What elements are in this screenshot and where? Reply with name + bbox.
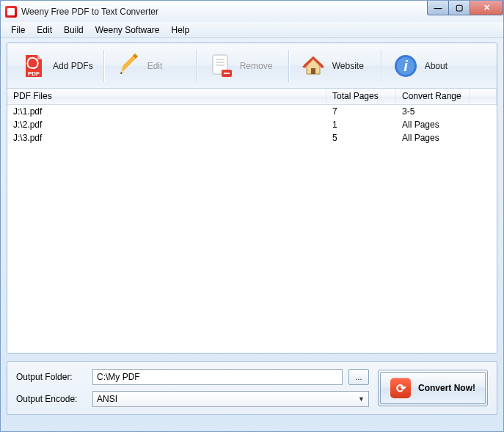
svg-rect-7: [311, 68, 315, 74]
remove-button[interactable]: Remove: [199, 51, 287, 81]
cell-file: J:\2.pdf: [7, 120, 326, 130]
edit-label: Edit: [147, 61, 163, 71]
toolbar-separator: [103, 50, 105, 82]
toolbar-separator: [196, 50, 197, 82]
content-box: PDF Add PDFs Edit Remove: [7, 43, 497, 354]
remove-label: Remove: [240, 61, 273, 71]
output-encode-value: ANSI: [97, 394, 117, 404]
house-icon: [300, 53, 326, 79]
add-pdfs-button[interactable]: PDF Add PDFs: [12, 51, 102, 81]
menu-help[interactable]: Help: [166, 23, 196, 37]
cell-range: All Pages: [396, 133, 470, 143]
convert-button-wrap: ⟳ Convert Now!: [378, 370, 488, 406]
website-label: Website: [332, 61, 364, 71]
toolbar-separator: [381, 50, 382, 82]
col-header-pages[interactable]: Total Pages: [326, 89, 396, 104]
cell-range: All Pages: [396, 120, 470, 130]
titlebar: Weeny Free PDF to Text Converter — ▢ ✕: [0, 0, 504, 22]
browse-button[interactable]: ...: [348, 369, 369, 385]
about-label: About: [425, 61, 448, 71]
table-header: PDF Files Total Pages Convert Range: [7, 89, 497, 105]
cell-pages: 1: [326, 120, 396, 130]
convert-button[interactable]: ⟳ Convert Now!: [380, 372, 486, 404]
output-folder-label: Output Folder:: [16, 372, 87, 382]
info-icon: i: [392, 53, 419, 79]
window-controls: — ▢ ✕: [428, 1, 503, 15]
col-header-files[interactable]: PDF Files: [7, 89, 326, 104]
close-button[interactable]: ✕: [470, 1, 503, 15]
window-title: Weeny Free PDF to Text Converter: [21, 7, 158, 17]
cell-file: J:\3.pdf: [7, 133, 326, 143]
svg-rect-6: [224, 73, 230, 74]
svg-text:PDF: PDF: [28, 70, 40, 77]
minimize-button[interactable]: —: [427, 1, 449, 15]
cell-range: 3-5: [396, 106, 470, 117]
output-encode-combo[interactable]: ANSI ▼: [92, 391, 369, 407]
table-row[interactable]: J:\2.pdf 1 All Pages: [7, 118, 497, 131]
menu-edit[interactable]: Edit: [31, 23, 58, 37]
window-frame: File Edit Build Weeny Software Help PDF …: [0, 22, 504, 432]
output-folder-input[interactable]: [92, 369, 343, 385]
convert-label: Convert Now!: [418, 383, 475, 393]
remove-icon: [208, 53, 234, 79]
convert-icon: ⟳: [390, 378, 411, 398]
add-pdfs-label: Add PDFs: [53, 61, 93, 71]
cell-pages: 7: [326, 106, 396, 117]
toolbar-separator: [288, 50, 290, 82]
toolbar: PDF Add PDFs Edit Remove: [7, 43, 497, 89]
output-encode-label: Output Encode:: [16, 394, 87, 404]
output-folder-row: Output Folder: ...: [16, 369, 369, 385]
about-button[interactable]: i About: [384, 51, 472, 81]
pencil-icon: [115, 53, 142, 79]
chevron-down-icon: ▼: [358, 395, 365, 403]
bottom-panel: Output Folder: ... Output Encode: ANSI ▼…: [7, 361, 497, 415]
maximize-button[interactable]: ▢: [448, 1, 470, 15]
app-icon: [5, 6, 17, 18]
col-header-range[interactable]: Convert Range: [396, 89, 470, 104]
svg-text:i: i: [403, 58, 408, 74]
output-encode-row: Output Encode: ANSI ▼: [16, 391, 369, 407]
cell-pages: 5: [326, 133, 396, 143]
table-body[interactable]: J:\1.pdf 7 3-5 J:\2.pdf 1 All Pages J:\3…: [7, 105, 497, 353]
menu-weeny-software[interactable]: Weeny Software: [90, 23, 166, 37]
edit-button[interactable]: Edit: [106, 51, 194, 81]
pdf-icon: PDF: [21, 53, 47, 79]
cell-file: J:\1.pdf: [7, 106, 326, 117]
table-row[interactable]: J:\3.pdf 5 All Pages: [7, 131, 497, 144]
form-rows: Output Folder: ... Output Encode: ANSI ▼: [16, 369, 369, 407]
col-header-extra: [470, 89, 497, 104]
menu-file[interactable]: File: [5, 23, 31, 37]
website-button[interactable]: Website: [291, 51, 379, 81]
menubar: File Edit Build Weeny Software Help: [1, 22, 503, 38]
menu-build[interactable]: Build: [58, 23, 90, 37]
table-row[interactable]: J:\1.pdf 7 3-5: [7, 105, 497, 118]
